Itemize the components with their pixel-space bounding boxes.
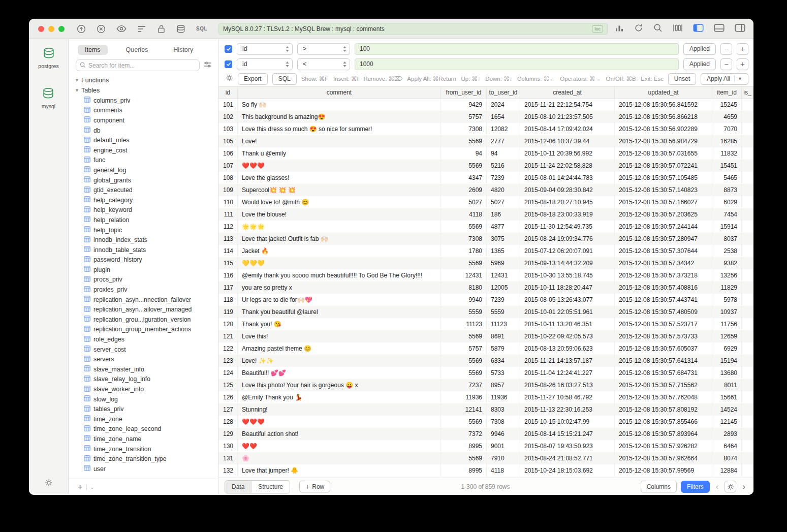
apply-all-dropdown[interactable]: Apply All▼	[701, 73, 748, 85]
close-window-button[interactable]	[38, 26, 44, 32]
add-filter-button[interactable]: +	[737, 43, 748, 55]
table-list-item[interactable]: slave_worker_info	[69, 384, 218, 394]
eye-icon[interactable]	[116, 25, 127, 33]
table-list-item[interactable]: time_zone_transition_type	[69, 454, 218, 464]
column-header-is[interactable]: is_	[742, 87, 753, 98]
table-list-item[interactable]: plugin	[69, 265, 218, 275]
table-row[interactable]: 115 💛💛💛 5569 5969 2015-09-13 14:44:32.20…	[218, 257, 753, 269]
table-list-item[interactable]: time_zone_leap_second	[69, 424, 218, 434]
table-list-item[interactable]: servers	[69, 354, 218, 364]
table-row[interactable]: 101 So fly 🙌🏻 9429 2024 2015-11-21 22:12…	[218, 99, 753, 111]
disconnect-icon[interactable]	[97, 24, 106, 34]
table-row[interactable]: 125 Love this photo! Your hair is gorgeo…	[218, 379, 753, 391]
database-icon[interactable]	[176, 24, 185, 34]
toggle-bottom-panel-icon[interactable]	[714, 24, 725, 34]
filter-applied-button[interactable]: Applied	[683, 58, 716, 70]
table-list-item[interactable]: replication_group_member_actions	[69, 325, 218, 335]
table-list-item[interactable]: comments	[69, 106, 218, 116]
refresh-icon[interactable]	[634, 23, 643, 35]
table-row[interactable]: 113 Love that jacket! Outfit is fab 🙌🏻 7…	[218, 233, 753, 245]
table-list-item[interactable]: help_category	[69, 195, 218, 205]
column-header-updated-at[interactable]: updated_at	[615, 87, 712, 98]
filter-enabled-checkbox[interactable]	[225, 60, 232, 68]
table-settings-gear-button[interactable]	[725, 481, 736, 492]
add-item-dropdown-icon[interactable]: ⌄	[86, 484, 94, 490]
rail-settings-gear-icon[interactable]	[45, 479, 53, 489]
table-list-item[interactable]: replication_grou...iguration_version	[69, 315, 218, 325]
table-list-item[interactable]: replication_asyn...ailover_managed	[69, 304, 218, 315]
table-list-item[interactable]: innodb_index_stats	[69, 235, 218, 245]
column-header-comment[interactable]: comment	[238, 87, 441, 98]
table-list-item[interactable]: server_cost	[69, 345, 218, 355]
table-row[interactable]: 106 Thank u @emily 94 94 2015-10-11 20:3…	[218, 147, 753, 160]
table-list-item[interactable]: slave_master_info	[69, 364, 218, 374]
filter-value-input[interactable]: 1000	[355, 58, 679, 70]
columns-button[interactable]: Columns	[641, 481, 677, 492]
chart-icon[interactable]	[615, 24, 624, 34]
table-row[interactable]: 132 Love that jumper! 🐥 8995 4118 2015-1…	[218, 464, 753, 477]
table-row[interactable]: 124 Beautiful!! 💕💕 5569 5733 2015-11-04 …	[218, 367, 753, 379]
table-list-item[interactable]: engine_cost	[69, 145, 218, 155]
table-list-item[interactable]: help_keyword	[69, 205, 218, 215]
sql-button[interactable]: SQL	[272, 73, 297, 85]
table-list-item[interactable]: replication_asyn...nnection_failover	[69, 295, 218, 305]
table-row[interactable]: 117 you are so pretty x 8180 12005 2015-…	[218, 281, 753, 294]
table-row[interactable]: 116 @emily thank you soooo much beautifu…	[218, 269, 753, 281]
zoom-window-button[interactable]	[58, 26, 65, 32]
table-row[interactable]: 129 Beautiful action shot! 7372 9946 201…	[218, 428, 753, 440]
table-list-item[interactable]: slow_log	[69, 394, 218, 404]
table-row[interactable]: 107 ❤️❤️❤️ 5569 5216 2015-11-24 22:02:58…	[218, 160, 753, 172]
table-list-item[interactable]: user	[69, 464, 218, 474]
table-row[interactable]: 103 Love this dress so much 😍 so nice fo…	[218, 123, 753, 135]
column-header-id[interactable]: id	[218, 87, 238, 98]
toggle-left-sidebar-icon[interactable]	[693, 24, 704, 34]
toggle-right-panel-icon[interactable]	[735, 24, 745, 34]
add-filter-button[interactable]: +	[737, 58, 748, 70]
filter-column-select[interactable]: id	[237, 58, 293, 70]
filter-settings-gear-icon[interactable]	[226, 74, 233, 84]
tree-section-tables[interactable]: ▼ Tables	[69, 85, 218, 96]
column-header-created-at[interactable]: created_at	[520, 87, 615, 98]
previous-page-chevron-icon[interactable]: ‹	[714, 482, 721, 492]
add-row-button[interactable]: +Row	[299, 481, 330, 492]
filter-applied-button[interactable]: Applied	[683, 43, 716, 55]
search-input[interactable]	[88, 62, 196, 69]
table-row[interactable]: 123 Love! ✨✨ 5569 6334 2015-11-21 14:13:…	[218, 355, 753, 367]
rows-icon[interactable]	[137, 25, 146, 33]
columns-view-icon[interactable]	[673, 24, 683, 34]
table-row[interactable]: 130 ❤️❤️ 8995 9001 2015-08-07 19:43:50.9…	[218, 440, 753, 452]
table-list-item[interactable]: component	[69, 115, 218, 126]
table-row[interactable]: 122 Amazing pastel theme 😊 5757 5879 201…	[218, 342, 753, 355]
table-list-item[interactable]: time_zone	[69, 414, 218, 424]
unset-button[interactable]: Unset	[668, 73, 696, 85]
tab-data[interactable]: Data	[225, 481, 251, 493]
connection-mysql[interactable]: mysql	[42, 87, 55, 109]
connection-postgres[interactable]: postgres	[38, 47, 58, 69]
tab-queries[interactable]: Queries	[119, 45, 155, 55]
filters-button[interactable]: Filters	[681, 481, 710, 493]
table-list-item[interactable]: password_history	[69, 255, 218, 265]
table-row[interactable]: 111 Love the blouse! 4118 186 2015-08-18…	[218, 208, 753, 221]
table-list-item[interactable]: help_relation	[69, 215, 218, 225]
column-header-to-user-id[interactable]: to_user_id	[487, 87, 520, 98]
table-row[interactable]: 118 Ur legs are to die for🙌🏻💖 9940 7239 …	[218, 294, 753, 306]
table-list-item[interactable]: columns_priv	[69, 96, 218, 106]
table-row[interactable]: 128 ❤️❤️❤️ 5569 7308 2015-10-15 10:02:47…	[218, 416, 753, 428]
item-search-field[interactable]	[76, 59, 200, 71]
connect-icon[interactable]	[77, 24, 86, 34]
table-row[interactable]: 121 Love this! 5569 8691 2015-10-22 09:4…	[218, 330, 753, 342]
table-list-item[interactable]: procs_priv	[69, 275, 218, 285]
remove-filter-button[interactable]: −	[720, 43, 732, 55]
table-row[interactable]: 102 This background is amazing😍 5757 165…	[218, 111, 753, 123]
filter-sliders-icon[interactable]	[204, 61, 212, 70]
table-row[interactable]: 119 Thank you beautiful @laurel 5559 555…	[218, 306, 753, 318]
table-row[interactable]: 112 🌟🌟🌟 5569 4877 2015-11-30 12:54:49.73…	[218, 221, 753, 233]
filter-operator-select[interactable]: <	[297, 58, 350, 70]
table-list-item[interactable]: default_roles	[69, 135, 218, 145]
tab-structure[interactable]: Structure	[251, 481, 290, 493]
table-list-item[interactable]: tables_priv	[69, 404, 218, 414]
table-list-item[interactable]: slave_relay_log_info	[69, 374, 218, 385]
table-row[interactable]: 131 🌸 5569 7910 2015-08-24 21:08:52.771 …	[218, 452, 753, 464]
remove-filter-button[interactable]: −	[720, 58, 732, 70]
table-list-item[interactable]: db	[69, 126, 218, 136]
